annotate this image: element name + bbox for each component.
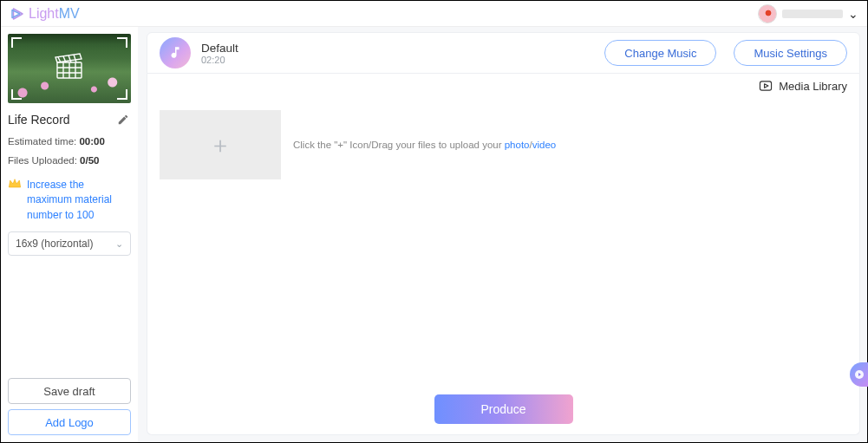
logo-play-icon <box>10 6 25 22</box>
upload-hint-pre: Click the "+" Icon/Drag your files to up… <box>293 140 505 150</box>
focus-corner-icon <box>117 37 127 48</box>
template-thumbnail[interactable] <box>8 34 131 103</box>
editor-canvas: ＋ Click the "+" Icon/Drag your files to … <box>147 98 860 435</box>
focus-corner-icon <box>117 89 127 100</box>
upgrade-link[interactable]: Increase the maximum material number to … <box>8 173 131 226</box>
sidebar: Life Record Estimated time: 00:00 Files … <box>1 27 138 442</box>
clapperboard-icon <box>53 52 86 85</box>
app-body: Life Record Estimated time: 00:00 Files … <box>1 27 867 442</box>
media-library-icon <box>758 79 773 93</box>
add-logo-button[interactable]: Add Logo <box>8 409 131 435</box>
logo-text-light: Light <box>29 6 59 22</box>
estimated-time-label: Estimated time: <box>8 136 76 147</box>
files-uploaded-row: Files Uploaded: 0/50 <box>8 153 131 167</box>
footer-bar: Produce <box>147 384 859 434</box>
app-logo[interactable]: LightMV <box>10 6 80 22</box>
focus-corner-icon <box>11 89 22 100</box>
files-uploaded-value: 0/50 <box>80 155 99 166</box>
chevron-down-icon: ⌄ <box>848 7 858 21</box>
upload-dropzone[interactable]: ＋ <box>160 110 281 179</box>
logo-text-mv: MV <box>59 6 80 22</box>
plus-icon: ＋ <box>209 134 232 156</box>
music-bar: Default 02:20 Change Music Music Setting… <box>147 32 860 74</box>
focus-corner-icon <box>11 37 22 48</box>
upload-hint: Click the "+" Icon/Drag your files to up… <box>293 140 556 150</box>
play-small-icon <box>854 369 865 380</box>
upload-row: ＋ Click the "+" Icon/Drag your files to … <box>160 110 847 179</box>
user-avatar-icon <box>758 4 777 23</box>
files-uploaded-label: Files Uploaded: <box>8 155 77 166</box>
main-area: Default 02:20 Change Music Music Setting… <box>138 27 867 442</box>
music-duration: 02:20 <box>201 55 238 65</box>
project-name: Life Record <box>8 113 70 127</box>
estimated-time-row: Estimated time: 00:00 <box>8 134 131 148</box>
crown-icon <box>8 178 22 223</box>
media-bar: Media Library <box>147 74 860 98</box>
music-meta: Default 02:20 <box>201 42 238 65</box>
app-viewport: LightMV ⌄ <box>0 0 868 443</box>
sidebar-spacer <box>8 261 131 373</box>
music-note-icon <box>160 37 191 68</box>
music-settings-button[interactable]: Music Settings <box>734 40 847 66</box>
upload-video-link[interactable]: video <box>532 140 557 150</box>
aspect-ratio-select[interactable]: 16x9 (horizontal) ⌄ <box>8 231 131 256</box>
project-name-row: Life Record <box>8 108 131 129</box>
user-menu[interactable]: ⌄ <box>758 4 858 23</box>
floating-help-button[interactable] <box>850 362 868 387</box>
estimated-time-value: 00:00 <box>79 136 104 147</box>
change-music-button[interactable]: Change Music <box>604 40 716 66</box>
media-library-button[interactable]: Media Library <box>758 79 847 93</box>
media-library-label: Media Library <box>779 80 847 93</box>
music-title: Default <box>201 42 238 55</box>
logo-text: LightMV <box>29 6 80 22</box>
upload-photo-link[interactable]: photo <box>505 140 530 150</box>
chevron-down-icon: ⌄ <box>115 238 123 250</box>
upgrade-text: Increase the maximum material number to … <box>27 178 131 223</box>
save-draft-button[interactable]: Save draft <box>8 378 131 404</box>
edit-pencil-icon[interactable] <box>115 112 131 127</box>
user-name-placeholder <box>782 10 843 18</box>
produce-button[interactable]: Produce <box>434 394 573 424</box>
aspect-ratio-selected: 16x9 (horizontal) <box>16 238 93 250</box>
top-bar: LightMV ⌄ <box>1 1 867 27</box>
svg-rect-1 <box>760 81 772 90</box>
